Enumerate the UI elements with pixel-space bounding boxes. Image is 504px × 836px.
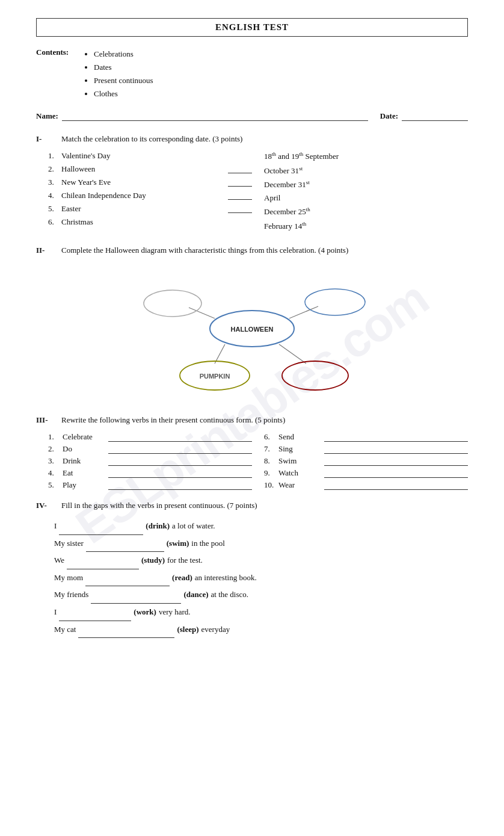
section-I-instruction: Match the celebration to its correspondi… — [61, 134, 468, 144]
verb-number: 3. — [48, 456, 59, 466]
verb-number: 2. — [48, 444, 59, 454]
contents-section: Contents: Celebrations Dates Present con… — [36, 48, 468, 101]
date-item: December 25th — [264, 206, 468, 217]
match-text: Chilean Independence Day — [61, 191, 226, 200]
fill-item: My friends (dance) at the disco. — [54, 586, 468, 604]
section-III-instruction: Rewrite the following verbs in their pre… — [61, 415, 468, 425]
fill-answer-blank[interactable] — [59, 527, 143, 535]
section-I-header: I- Match the celebration to its correspo… — [36, 134, 468, 144]
halloween-diagram: HALLOWEEN PUMPKIN — [126, 262, 378, 407]
fill-pre: I — [54, 604, 57, 621]
fill-answer-blank[interactable] — [85, 578, 170, 586]
verb-number: 6. — [264, 432, 275, 442]
matching-right: 18th and 19th September October 31st Dec… — [252, 151, 468, 235]
fill-item: My sister (swim) in the pool — [54, 535, 468, 553]
verb-item: 1. Celebrate — [48, 432, 252, 442]
verb-word: Send — [278, 432, 321, 442]
verb-answer-line[interactable] — [324, 445, 468, 454]
pumpkin-label: PUMPKIN — [200, 373, 230, 380]
verb-hint: (dance) — [183, 586, 208, 604]
match-item: 3. New Year's Eve — [48, 178, 252, 187]
verb-number: 9. — [264, 468, 275, 478]
verb-number: 4. — [48, 468, 59, 478]
match-item: 4. Chilean Independence Day — [48, 191, 252, 200]
verb-word: Watch — [278, 468, 321, 478]
match-answer-line[interactable] — [228, 178, 252, 187]
verb-answer-line[interactable] — [108, 469, 252, 478]
verb-answer-line[interactable] — [108, 445, 252, 454]
verb-answer-line[interactable] — [324, 481, 468, 490]
section-IV-header: IV- Fill in the gaps with the verbs in p… — [36, 501, 468, 510]
verb-number: 7. — [264, 444, 275, 454]
verb-answer-line[interactable] — [324, 457, 468, 466]
verb-item: 8. Swim — [264, 456, 468, 466]
verb-item: 9. Watch — [264, 468, 468, 478]
verb-item: 5. Play — [48, 480, 252, 490]
verb-item: 7. Sing — [264, 444, 468, 454]
name-input[interactable] — [62, 111, 368, 121]
fill-post: at the disco. — [211, 586, 248, 604]
fill-pre: My sister — [54, 535, 84, 553]
verb-answer-line[interactable] — [108, 457, 252, 466]
halloween-label: HALLOWEEN — [231, 326, 274, 333]
section-III-header: III- Rewrite the following verbs in thei… — [36, 415, 468, 425]
verb-number: 1. — [48, 432, 59, 442]
verb-word: Sing — [278, 444, 321, 454]
match-number: 2. — [48, 164, 59, 174]
fill-pre: My cat — [54, 621, 76, 639]
verb-number: 8. — [264, 456, 275, 466]
verb-hint: (swim) — [167, 535, 189, 553]
fill-pre: I — [54, 518, 57, 535]
fill-post: an interesting book. — [195, 569, 257, 587]
match-answer-line[interactable] — [228, 165, 252, 173]
date-item: 18th and 19th September — [264, 151, 468, 161]
match-number: 1. — [48, 151, 59, 161]
fill-answer-blank[interactable] — [86, 543, 164, 552]
verbs-grid: 1. Celebrate 6. Send 2. Do 7. Sing 3. — [36, 432, 468, 490]
fill-item: I (work) very hard. — [54, 604, 468, 621]
verb-hint: (drink) — [146, 518, 170, 535]
date-text: October 31st — [264, 166, 303, 176]
verb-answer-line[interactable] — [324, 433, 468, 442]
fill-answer-blank[interactable] — [59, 613, 131, 621]
fill-item: My mom (read) an interesting book. — [54, 569, 468, 587]
svg-line-7 — [279, 344, 306, 364]
fill-answer-blank[interactable] — [91, 595, 181, 604]
svg-point-8 — [282, 361, 348, 390]
fill-item: I (drink) a lot of water. — [54, 518, 468, 535]
page-title: ENGLISH TEST — [215, 22, 289, 33]
fill-answer-blank[interactable] — [78, 630, 174, 638]
list-item: Present continuous — [94, 74, 153, 87]
section-II-header: II- Complete the Halloween diagram with … — [36, 246, 468, 255]
section-III-roman: III- — [36, 415, 54, 425]
verb-hint: (read) — [172, 569, 192, 587]
section-II-roman: II- — [36, 246, 54, 255]
svg-point-4 — [305, 289, 365, 315]
verb-answer-line[interactable] — [324, 469, 468, 478]
match-text: New Year's Eve — [61, 178, 226, 187]
date-item: October 31st — [264, 166, 468, 176]
match-item: 1. Valentine's Day — [48, 151, 252, 161]
fill-answer-blank[interactable] — [67, 561, 139, 569]
match-text: Easter — [61, 204, 226, 214]
match-answer-line[interactable] — [228, 191, 252, 200]
date-input[interactable] — [402, 111, 468, 121]
match-text: Christmas — [61, 217, 252, 227]
verb-answer-line[interactable] — [108, 481, 252, 490]
match-answer-line[interactable] — [228, 205, 252, 213]
fill-item: My cat (sleep) everyday — [54, 621, 468, 639]
verb-hint: (study) — [141, 552, 165, 569]
name-date-row: Name: Date: — [36, 111, 468, 121]
title-box: ENGLISH TEST — [36, 18, 468, 37]
verb-word: Drink — [63, 456, 105, 466]
name-field: Name: — [36, 111, 368, 121]
diagram-svg: HALLOWEEN PUMPKIN — [126, 262, 378, 407]
verb-answer-line[interactable] — [108, 433, 252, 442]
fill-post: very hard. — [159, 604, 191, 621]
verb-item: 2. Do — [48, 444, 252, 454]
date-text: February 14th — [264, 221, 306, 231]
svg-point-2 — [144, 290, 201, 317]
section-I-roman: I- — [36, 134, 54, 144]
date-text: April — [264, 193, 280, 203]
section-IV-instruction: Fill in the gaps with the verbs in prese… — [61, 501, 468, 510]
